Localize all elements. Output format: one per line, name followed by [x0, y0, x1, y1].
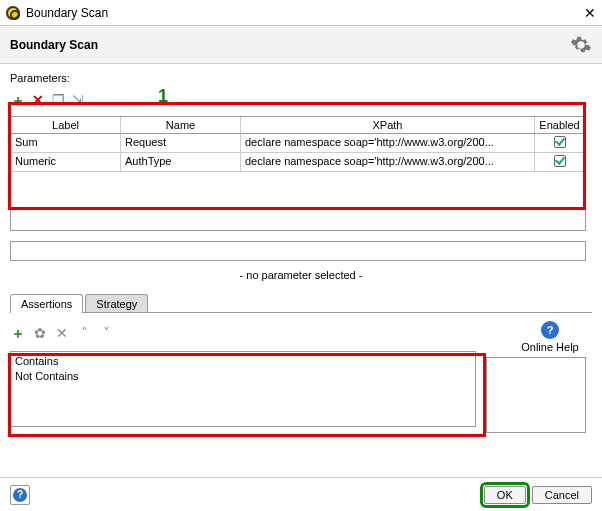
move-up-button[interactable]: ˄ — [76, 325, 92, 341]
col-label[interactable]: Label — [11, 117, 121, 134]
cell-xpath[interactable]: declare namespace soap='http://www.w3.or… — [241, 134, 535, 153]
gear-icon[interactable] — [570, 34, 592, 56]
close-icon[interactable]: ✕ — [566, 5, 596, 21]
annotation-1: 1 — [158, 86, 168, 107]
tabs-row: Assertions Strategy — [10, 291, 592, 313]
ok-button[interactable]: OK — [484, 486, 526, 504]
online-help-label[interactable]: Online Help — [521, 341, 578, 353]
table-row[interactable]: Sum Request declare namespace soap='http… — [11, 134, 585, 153]
col-name[interactable]: Name — [121, 117, 241, 134]
checkbox-icon[interactable] — [554, 136, 566, 148]
tab-strategy[interactable]: Strategy — [85, 294, 148, 312]
add-assertion-button[interactable]: ＋ — [10, 325, 26, 341]
move-down-button[interactable]: ˅ — [98, 325, 114, 341]
table-body: Sum Request declare namespace soap='http… — [11, 134, 585, 230]
parameters-table: Label Name XPath Enabled Sum Request dec… — [10, 116, 586, 231]
cell-name[interactable]: AuthType — [121, 153, 241, 172]
assertions-toolbar: ＋ ✿ ✕ ˄ ˅ — [10, 323, 586, 343]
assertion-list[interactable]: Contains Not Contains — [10, 351, 476, 427]
parameter-name-input[interactable] — [10, 241, 586, 261]
tab-assertions[interactable]: Assertions — [10, 294, 83, 313]
col-xpath[interactable]: XPath — [241, 117, 535, 134]
help-icon[interactable]: ? — [541, 321, 559, 339]
checkbox-icon[interactable] — [554, 155, 566, 167]
extract-parameter-button[interactable]: ⇲ — [70, 92, 86, 108]
app-icon — [6, 6, 20, 20]
table-header: Label Name XPath Enabled — [11, 117, 585, 134]
cancel-button[interactable]: Cancel — [532, 486, 592, 504]
subheader: Boundary Scan — [0, 26, 602, 64]
window-title: Boundary Scan — [26, 6, 566, 20]
cell-xpath[interactable]: declare namespace soap='http://www.w3.or… — [241, 153, 535, 172]
cell-label[interactable]: Sum — [11, 134, 121, 153]
add-parameter-button[interactable]: ＋ — [10, 92, 26, 108]
online-help: ? Online Help — [514, 321, 586, 353]
cell-name[interactable]: Request — [121, 134, 241, 153]
cell-enabled[interactable] — [535, 134, 585, 153]
col-enabled[interactable]: Enabled — [535, 117, 585, 134]
parameters-toolbar: ＋ ✕ ❐ ⇲ — [10, 90, 592, 110]
page-title: Boundary Scan — [10, 38, 570, 52]
list-item[interactable]: Not Contains — [15, 369, 471, 384]
remove-parameter-button[interactable]: ✕ — [30, 92, 46, 108]
remove-assertion-button[interactable]: ✕ — [54, 325, 70, 341]
copy-parameter-button[interactable]: ❐ — [50, 92, 66, 108]
footer-help-button[interactable]: ? — [10, 485, 30, 505]
titlebar: Boundary Scan ✕ — [0, 0, 602, 26]
table-empty-area — [11, 172, 585, 230]
parameters-section: 1 Parameters: ＋ ✕ ❐ ⇲ Label Name XPath E… — [10, 72, 592, 427]
help-description-panel — [486, 357, 586, 433]
list-item[interactable]: Contains — [15, 354, 471, 369]
configure-assertion-button[interactable]: ✿ — [32, 325, 48, 341]
cell-label[interactable]: Numeric — [11, 153, 121, 172]
table-row[interactable]: Numeric AuthType declare namespace soap=… — [11, 153, 585, 172]
help-icon: ? — [13, 488, 27, 502]
assertions-panel: 2 ＋ ✿ ✕ ˄ ˅ ? Online Help Contains Not C… — [10, 323, 586, 427]
no-parameter-selected-label: - no parameter selected - — [10, 269, 592, 281]
footer: ? OK Cancel — [0, 477, 602, 511]
cell-enabled[interactable] — [535, 153, 585, 172]
parameters-label: Parameters: — [10, 72, 592, 84]
